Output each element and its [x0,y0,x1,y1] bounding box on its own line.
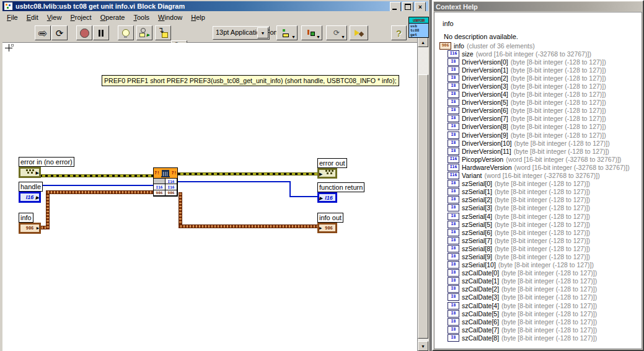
scrollbar-track[interactable] [418,47,428,74]
numeric-type-icon: I8 [448,74,459,82]
cluster-tree: 906 info (cluster of 36 elements) I16 si… [434,42,642,342]
cluster-element-row: I16 size (word [16-bit integer (-32768 t… [434,50,642,58]
info-wire-h2[interactable] [46,190,153,194]
function-prototype-label[interactable]: PREF0 PREF1 short PREF2 PREF3(usb_tc08_g… [102,75,399,86]
input-arrow-icon: ▶ [319,172,322,176]
step-into-button[interactable]: ↴ [155,25,171,40]
cluster-element-row: I8 DriverVersion[0] (byte [8-bit integer… [434,58,642,66]
menu-item[interactable]: Project [66,12,95,22]
menu-item[interactable]: Edit [22,12,43,22]
cluster-element-row: I8 szSerial[3] (byte [8-bit integer (-12… [434,204,642,212]
vi-icon[interactable]: USBTC08 usb tc08 get [408,17,429,38]
screen: usbtc08.lvlib:usb tc08 get unit info.vi … [0,0,644,351]
info-out-label[interactable]: info out [317,213,343,223]
numeric-type-icon: I8 [448,302,459,309]
output-arrow-icon: ▶ [36,171,39,175]
cluster-element-row: I8 szSerial[7] (byte [8-bit integer (-12… [434,236,642,244]
block-diagram-window: usbtc08.lvlib:usb tc08 get unit info.vi … [0,0,430,351]
error-out-label[interactable]: error out [317,158,347,168]
info-out-terminal[interactable]: ▶ 906 [317,223,337,233]
numeric-type-icon: I8 [448,245,459,252]
context-help-button[interactable]: ? [391,25,407,40]
menu-item[interactable]: File [2,12,22,22]
clean-up-diagram-button[interactable] [350,25,368,40]
help-description: No description available. [444,33,518,40]
function-return-terminal[interactable]: ▶ I16 [317,192,337,203]
numeric-type-icon: I16 [448,164,459,171]
info-out-wire-h[interactable] [179,224,317,228]
probe-icon: ▸ [139,28,149,38]
scroll-down-button[interactable]: ▼ [418,341,428,351]
handle-wire[interactable] [38,185,153,186]
numeric-type-icon: I8 [448,237,459,244]
context-help-title-bar[interactable]: Context Help [434,2,642,11]
scrollbar-thumb[interactable] [418,74,428,339]
clfn-cell[interactable]: 906 [153,190,165,196]
cluster-glyph [325,170,327,172]
numeric-type-icon: I8 [448,140,459,147]
combo-arrow-icon[interactable]: ▼ [257,27,268,38]
font-selector[interactable]: 13pt Application Font ▼ [213,26,270,40]
error-in-label[interactable]: error in (no error) [19,157,74,167]
numeric-type-icon: I16 [448,156,459,163]
cluster-element-row: I16 PicoppVersion (word [16-bit integer … [434,155,642,163]
clfn-cell[interactable]: 906 [165,190,177,196]
cluster-element-row: I8 szSerial[6] (byte [8-bit integer (-12… [434,228,642,236]
numeric-type-icon: I8 [448,221,459,228]
numeric-type-icon: I8 [448,277,459,285]
return-wire-v[interactable] [289,181,291,197]
run-continuous-button[interactable]: ⟳ [51,25,68,40]
minimize-button[interactable] [390,2,401,12]
numeric-type-icon: I8 [448,107,459,114]
info-out-wire-v[interactable] [179,192,182,228]
menu-item[interactable]: Operate [96,12,130,22]
font-selector-value: 13pt Application Font [216,29,280,36]
pause-button[interactable] [93,25,109,40]
vertical-scrollbar[interactable]: ▲ ▼ [417,37,428,351]
handle-label[interactable]: handle [19,182,43,192]
maximize-button[interactable] [402,2,413,12]
wiring-cursor [5,44,13,52]
step-into-icon: ↴ [157,26,164,35]
error-wire-in[interactable] [40,174,153,177]
vi-icon-header: USBTC08 [409,17,428,24]
numeric-type-icon: I8 [448,229,459,236]
diagram-canvas[interactable]: PREF0 PREF1 short PREF2 PREF3(usb_tc08_g… [2,43,417,351]
cluster-element-row: I8 szSerial[5] (byte [8-bit integer (-12… [434,220,642,228]
numeric-type-icon: I16 [448,172,459,179]
function-return-label[interactable]: function return [317,182,364,192]
cluster-element-row: I8 szSerial[8] (byte [8-bit integer (-12… [434,244,642,252]
call-library-function-node[interactable]: ?! ?! I16 I16 I16 906 906 [153,167,178,197]
abort-button[interactable] [76,25,92,40]
info-wire-v1[interactable] [46,190,50,229]
numeric-type-icon: I8 [448,131,459,139]
error-in-terminal[interactable]: ▶ [19,167,41,178]
align-objects-button[interactable]: ▼ [276,25,298,40]
menu-item[interactable]: Window [154,12,187,22]
numeric-type-icon: I8 [448,91,459,98]
error-wire-out[interactable] [178,172,317,176]
menu-item[interactable]: View [43,12,66,22]
menu-item[interactable]: Help [187,12,210,22]
info-label[interactable]: info [19,213,33,223]
return-wire-h2[interactable] [289,196,317,197]
menu-item[interactable]: Tools [129,12,154,22]
cluster-element-row: I8 szCalDate[8] (byte [8-bit integer (-1… [434,334,642,342]
close-button[interactable]: × [415,2,426,12]
retain-wire-values-button[interactable]: ▸ [136,25,152,40]
title-bar[interactable]: usbtc08.lvlib:usb tc08 get unit info.vi … [2,1,428,11]
error-out-terminal[interactable]: ▶ [317,168,337,179]
highlight-execution-button[interactable] [118,25,134,40]
scroll-up-button[interactable]: ▲ [418,37,428,47]
distribute-objects-button[interactable]: ▼ [301,25,322,40]
return-wire-h1[interactable] [178,181,291,182]
run-button[interactable]: ⇨ [35,25,51,40]
info-terminal[interactable]: 906 ▶ [19,223,41,234]
numeric-type-icon: I8 [448,293,459,301]
handle-terminal[interactable]: I16 ▶ [19,192,41,203]
output-arrow-icon: ▶ [36,195,39,200]
cluster-element-row: I8 DriverVersion[2] (byte [8-bit integer… [434,74,642,82]
cluster-element-row: I8 DriverVersion[4] (byte [8-bit integer… [434,91,642,99]
cluster-element-row: I8 szSerial[0] (byte [8-bit integer (-12… [434,180,642,188]
reorder-button[interactable]: ⟳ ▼ [326,25,347,40]
